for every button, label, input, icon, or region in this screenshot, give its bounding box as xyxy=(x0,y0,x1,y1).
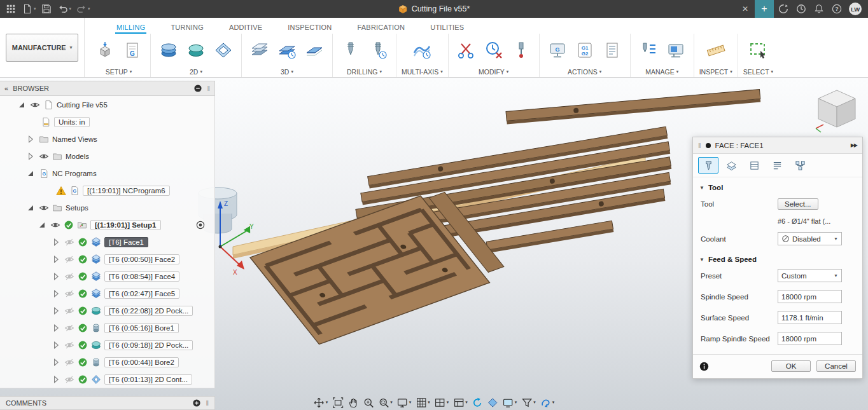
post-process-button[interactable] xyxy=(545,36,570,65)
user-avatar[interactable]: LW xyxy=(849,3,862,15)
suppress-toolpath-button[interactable] xyxy=(481,36,507,65)
job-status-icon[interactable] xyxy=(775,1,792,17)
drill-button[interactable] xyxy=(338,36,363,65)
expand-icon[interactable] xyxy=(51,374,61,385)
cancel-button[interactable]: Cancel xyxy=(816,360,856,372)
2d-contour-button[interactable] xyxy=(211,36,236,65)
drilling-menu[interactable]: DRILLING▾ xyxy=(347,66,382,77)
grid-settings-button[interactable]: ▾ xyxy=(416,397,430,408)
tree-row-nc-programs[interactable]: NC Programs xyxy=(0,165,214,182)
expand-icon[interactable] xyxy=(25,134,36,144)
tab-fabrication[interactable]: FABRICATION xyxy=(356,22,407,34)
tree-row-face5[interactable]: [T6 (0:02:47)] Face5 xyxy=(0,285,214,302)
visibility-eye-icon[interactable] xyxy=(50,220,60,230)
modify-menu[interactable]: MODIFY▾ xyxy=(479,66,508,77)
layout-button[interactable]: ▾ xyxy=(453,397,468,408)
visibility-eye-icon[interactable] xyxy=(64,340,74,350)
info-icon[interactable] xyxy=(699,362,709,371)
trim-scissors-button[interactable] xyxy=(454,36,479,65)
visibility-eye-icon[interactable] xyxy=(64,289,74,299)
active-setup-radio-icon[interactable] xyxy=(195,220,206,230)
caret-icon[interactable]: ▾ xyxy=(88,6,90,11)
expand-comments-icon[interactable] xyxy=(192,399,201,407)
new-document-tab[interactable]: + xyxy=(755,0,774,18)
expand-icon[interactable] xyxy=(51,271,61,282)
select-menu[interactable]: SELECT▾ xyxy=(743,66,773,77)
comments-bar[interactable]: COMMENTS ‖ xyxy=(0,396,215,410)
surface-speed-input[interactable]: 1178.1 ft/min xyxy=(778,311,842,324)
caret-icon[interactable]: ▾ xyxy=(34,6,36,11)
inspect-menu[interactable]: INSPECT▾ xyxy=(699,66,732,77)
panel-handle-icon[interactable]: ‖ xyxy=(207,85,210,92)
ok-button[interactable]: OK xyxy=(771,360,811,372)
tree-row-2dpocket2[interactable]: [T6 (0:09:18)] 2D Pock... xyxy=(0,336,214,353)
expand-icon[interactable] xyxy=(51,289,61,299)
expand-icon[interactable] xyxy=(51,357,61,367)
help-icon[interactable] xyxy=(829,1,845,17)
tab-additive[interactable]: ADDITIVE xyxy=(228,22,263,34)
visibility-eye-icon[interactable] xyxy=(64,357,74,367)
machine-library-button[interactable] xyxy=(663,36,689,65)
tool-section-header[interactable]: ▼ Tool xyxy=(693,177,862,193)
tree-row-models[interactable]: Models xyxy=(0,147,214,165)
coolant-dropdown[interactable]: Disabled ▼ xyxy=(778,232,842,245)
3d-adaptive-button[interactable] xyxy=(247,36,272,65)
zoom-button[interactable] xyxy=(363,397,374,408)
caret-icon[interactable]: ▾ xyxy=(69,6,72,11)
pan-button[interactable] xyxy=(347,397,358,408)
window-select-button[interactable] xyxy=(745,36,771,65)
new-setup-button[interactable] xyxy=(92,36,118,65)
expand-icon[interactable] xyxy=(51,254,61,264)
gcode-editor-button[interactable] xyxy=(572,36,598,65)
tree-row-named-views[interactable]: Named Views xyxy=(0,130,214,147)
panel-handle-icon[interactable]: ‖ xyxy=(206,399,209,407)
fit-view-button[interactable] xyxy=(332,397,343,408)
3d-pocket-button[interactable] xyxy=(274,36,300,65)
tree-row-setup1[interactable]: [(1:19:01)] Setup1 xyxy=(0,216,214,233)
expand-icon[interactable] xyxy=(37,220,47,230)
tab-milling[interactable]: MILLING xyxy=(115,22,146,34)
visibility-eye-icon[interactable] xyxy=(30,100,40,110)
zoom-window-button[interactable]: ▾ xyxy=(378,397,393,408)
tab-passes[interactable] xyxy=(767,157,787,174)
viewports-button[interactable]: ▾ xyxy=(435,397,449,408)
2d-menu[interactable]: 2D▾ xyxy=(190,66,202,77)
expand-icon[interactable] xyxy=(51,306,61,316)
notifications-bell-icon[interactable] xyxy=(811,1,827,17)
tab-turning[interactable]: TURNING xyxy=(169,22,205,34)
multi-axis-menu[interactable]: MULTI-AXIS▾ xyxy=(402,66,443,77)
preset-dropdown[interactable]: Custom ▼ xyxy=(778,269,842,282)
dialog-header[interactable]: ‖ FACE : FACE1 ▶▶ xyxy=(693,137,862,154)
3d-menu[interactable]: 3D▾ xyxy=(281,66,293,77)
simulation-display-button[interactable]: ▾ xyxy=(503,397,517,408)
tree-row-2dcontour[interactable]: [T6 (0:01:13)] 2D Cont... xyxy=(0,371,214,388)
visibility-eye-icon[interactable] xyxy=(64,374,74,385)
visibility-eye-icon[interactable] xyxy=(64,254,74,264)
spindle-speed-input[interactable]: 18000 rpm xyxy=(778,290,842,303)
close-document-icon[interactable]: ✕ xyxy=(737,4,753,13)
tree-row-bore1[interactable]: [T6 (0:05:16)] Bore1 xyxy=(0,319,214,336)
expand-icon[interactable] xyxy=(25,203,36,213)
visibility-eye-icon[interactable] xyxy=(64,306,74,316)
actions-menu[interactable]: ACTIONS▾ xyxy=(568,66,601,77)
expand-icon[interactable] xyxy=(25,168,36,179)
tree-row-setups[interactable]: Setups xyxy=(0,199,214,216)
tree-row-face1[interactable]: [T6] Face1 xyxy=(0,233,214,250)
expand-icon[interactable] xyxy=(25,151,36,161)
setup-sheet-button[interactable] xyxy=(599,36,625,65)
deep-drill-button[interactable] xyxy=(365,36,391,65)
new-ncprogram-button[interactable] xyxy=(120,36,145,65)
workspace-selector[interactable]: MANUFACTURE ▾ xyxy=(6,34,78,62)
section-analysis-button[interactable] xyxy=(487,397,498,408)
tool-library-button[interactable] xyxy=(636,36,661,65)
collapse-panel-icon[interactable]: « xyxy=(4,85,8,92)
toolpath-display-button[interactable]: ▾ xyxy=(540,397,555,408)
visibility-eye-icon[interactable] xyxy=(64,237,74,247)
tab-utilities[interactable]: UTILITIES xyxy=(429,22,465,34)
3d-flat-button[interactable] xyxy=(302,36,327,65)
view-cube[interactable] xyxy=(813,86,860,133)
measure-button[interactable] xyxy=(703,36,729,65)
tree-row-ncprogram6[interactable]: [(1:19:01)] NCProgram6 xyxy=(0,182,214,199)
visibility-eye-icon[interactable] xyxy=(39,151,49,161)
free-orbit-button[interactable]: ▾ xyxy=(314,397,328,408)
